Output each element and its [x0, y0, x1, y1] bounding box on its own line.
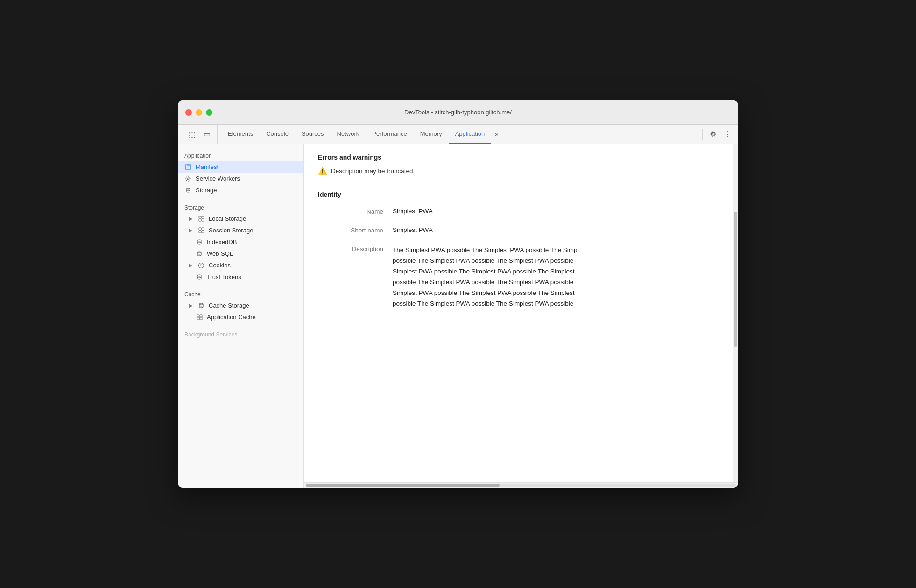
field-name-label: Name [318, 208, 393, 215]
warning-text: Description may be truncated. [331, 168, 415, 175]
db-icon-websql [196, 251, 203, 257]
svg-rect-6 [199, 216, 201, 218]
grid-icon-local [197, 216, 205, 222]
sidebar-section-cache: Cache [178, 287, 303, 300]
cookie-icon [197, 262, 205, 269]
field-short-name: Short name Simplest PWA [318, 226, 719, 234]
sidebar-item-manifest-label: Manifest [196, 163, 218, 170]
svg-rect-22 [197, 315, 199, 317]
sidebar-item-manifest[interactable]: Manifest [178, 161, 303, 173]
grid-icon-session [197, 227, 205, 233]
field-description-label: Description [318, 245, 393, 252]
svg-point-20 [197, 275, 201, 276]
sidebar-item-application-cache[interactable]: Application Cache [178, 311, 303, 323]
tab-bar: ⬚ ▭ Elements Console Sources Network Per… [178, 125, 738, 144]
identity-title: Identity [318, 191, 719, 198]
svg-rect-9 [202, 219, 204, 221]
sidebar-item-indexeddb-label: IndexedDB [207, 238, 237, 245]
tab-sources[interactable]: Sources [295, 125, 331, 144]
sidebar-item-service-workers[interactable]: Service Workers [178, 173, 303, 184]
sidebar-item-local-storage[interactable]: ▶ Local Storage [178, 213, 303, 224]
tab-toolbar-icons: ⬚ ▭ [182, 125, 218, 144]
svg-rect-10 [199, 228, 201, 230]
tab-right-controls: ⚙ ⋮ [700, 125, 734, 144]
svg-rect-13 [202, 231, 204, 233]
window-title: DevTools - stitch-glib-typhoon.glitch.me… [404, 109, 512, 116]
sidebar-item-application-cache-label: Application Cache [207, 314, 256, 321]
sidebar-item-storage-label: Storage [196, 187, 217, 194]
tab-more-button[interactable]: » [491, 125, 502, 144]
field-description: Description The Simplest PWA possible Th… [318, 245, 719, 309]
db-icon-trust [196, 274, 203, 280]
more-options-button[interactable]: ⋮ [721, 128, 734, 141]
sidebar-item-web-sql[interactable]: Web SQL [178, 248, 303, 259]
svg-point-4 [187, 178, 189, 180]
svg-rect-8 [199, 219, 201, 221]
field-name-value: Simplest PWA [393, 208, 719, 215]
sidebar-item-service-workers-label: Service Workers [196, 175, 240, 182]
chevron-right-icon-cache: ▶ [189, 303, 193, 308]
sidebar-item-cache-storage[interactable]: ▶ Cache Storage [178, 300, 303, 311]
field-description-value: The Simplest PWA possible The Simplest P… [393, 245, 719, 309]
devtools-window: DevTools - stitch-glib-typhoon.glitch.me… [178, 100, 738, 488]
sidebar-section-storage: Storage [178, 201, 303, 213]
svg-rect-12 [199, 231, 201, 233]
sidebar-item-cache-storage-label: Cache Storage [209, 302, 249, 309]
sidebar-section-background: Background Services [178, 328, 303, 340]
sidebar-section-application: Application [178, 149, 303, 161]
device-icon[interactable]: ▭ [200, 128, 213, 141]
sidebar-item-local-storage-label: Local Storage [209, 215, 246, 222]
scrollbar-thumb-vertical [734, 212, 737, 347]
manifest-icon [184, 164, 192, 170]
svg-point-18 [202, 266, 203, 266]
close-button[interactable] [185, 109, 192, 116]
svg-rect-11 [202, 228, 204, 230]
sidebar-item-trust-tokens-label: Trust Tokens [207, 273, 241, 280]
sidebar-item-indexeddb[interactable]: IndexedDB [178, 236, 303, 248]
svg-point-15 [197, 252, 201, 253]
maximize-button[interactable] [206, 109, 212, 116]
grid-icon-app-cache [196, 314, 203, 320]
tab-application[interactable]: Application [449, 125, 492, 144]
errors-section: Errors and warnings ⚠️ Description may b… [318, 154, 719, 175]
errors-title: Errors and warnings [318, 154, 719, 161]
svg-point-5 [186, 188, 190, 189]
svg-rect-7 [202, 216, 204, 218]
content-inner: Errors and warnings ⚠️ Description may b… [304, 144, 733, 330]
svg-rect-24 [197, 317, 199, 320]
minimize-button[interactable] [196, 109, 202, 116]
svg-point-19 [201, 264, 201, 264]
window-controls [185, 109, 212, 116]
chevron-right-icon-session: ▶ [189, 228, 193, 233]
titlebar: DevTools - stitch-glib-typhoon.glitch.me… [178, 100, 738, 125]
sidebar-item-web-sql-label: Web SQL [207, 250, 233, 257]
tab-elements[interactable]: Elements [221, 125, 260, 144]
sidebar: Application Manifest [178, 144, 304, 488]
tab-memory[interactable]: Memory [414, 125, 449, 144]
svg-point-21 [199, 303, 203, 305]
settings-button[interactable]: ⚙ [706, 128, 719, 141]
tab-performance[interactable]: Performance [366, 125, 413, 144]
warning-row: ⚠️ Description may be truncated. [318, 167, 719, 175]
sidebar-item-cookies[interactable]: ▶ Cookies [178, 259, 303, 271]
inspect-icon[interactable]: ⬚ [185, 128, 198, 141]
sidebar-item-storage-app[interactable]: Storage [178, 184, 303, 196]
db-icon-indexed [196, 239, 203, 245]
scrollbar-horizontal[interactable] [306, 484, 736, 487]
svg-point-16 [199, 263, 204, 268]
field-short-name-label: Short name [318, 226, 393, 234]
svg-point-17 [200, 264, 201, 265]
db-icon [184, 187, 192, 194]
svg-point-14 [197, 240, 201, 241]
sidebar-item-session-storage[interactable]: ▶ Session Storage [178, 224, 303, 236]
sidebar-item-session-storage-label: Session Storage [209, 227, 253, 234]
field-short-name-value: Simplest PWA [393, 226, 719, 233]
gear-icon [184, 175, 192, 182]
tab-console[interactable]: Console [260, 125, 295, 144]
sidebar-item-cookies-label: Cookies [209, 262, 231, 269]
content-row: Errors and warnings ⚠️ Description may b… [304, 144, 738, 482]
identity-section: Identity Name Simplest PWA Short name Si… [318, 191, 719, 309]
sidebar-item-trust-tokens[interactable]: Trust Tokens [178, 271, 303, 283]
tab-network[interactable]: Network [331, 125, 366, 144]
scrollbar-vertical[interactable] [733, 144, 738, 482]
